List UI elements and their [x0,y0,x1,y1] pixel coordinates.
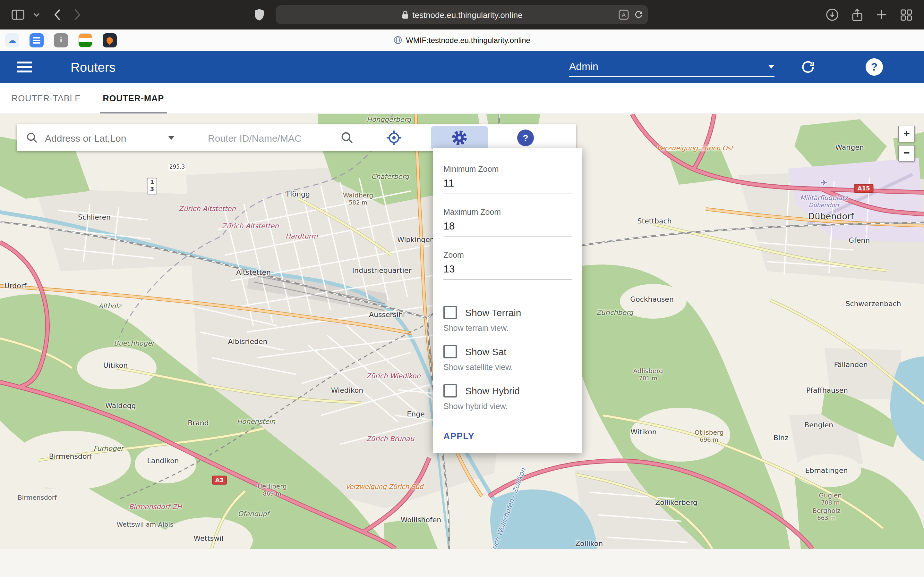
map-label: Zürichberg [596,308,633,316]
tab-overview-icon[interactable] [900,9,913,21]
show-sat-label: Show Sat [465,346,506,357]
map-label: Wangen [835,144,864,152]
show-sat-checkbox[interactable]: Show Sat [443,345,572,358]
bookmark-active[interactable]: WMIF:testnode.eu.thingularity.online [394,35,530,45]
map-settings-panel: Minimum Zoom 11 Maximum Zoom 18 Zoom 13 … [433,148,582,453]
checkbox-icon [443,345,457,358]
router-search-input[interactable] [207,132,335,144]
reload-icon[interactable] [634,10,643,19]
zoom-field: Zoom 13 [443,251,572,280]
map-label: 13 [147,177,158,194]
checkbox-icon [443,384,457,398]
map-label: Albisrieden [228,338,268,346]
map-label: 295.3 [168,164,186,171]
map-label: ✈ [821,179,827,188]
new-tab-icon[interactable] [876,9,887,21]
map-label: MilitärflugplatzDübendorf [800,194,848,208]
translate-icon[interactable]: A [619,10,629,20]
zoom-out-button[interactable]: − [898,145,915,161]
show-hybrid-hint: Show hybrid view. [443,402,572,411]
map-label: Schwerzenbach [845,300,901,308]
map-settings-button[interactable] [431,126,488,149]
svg-text:A: A [622,12,626,18]
page-footer-strip [0,549,924,577]
map-label: Pfaffhausen [806,387,848,395]
privacy-shield-icon[interactable] [254,8,264,21]
url-bar[interactable]: testnode.eu.thingularity.online A [276,5,648,24]
share-icon[interactable] [851,8,863,21]
show-hybrid-checkbox[interactable]: Show Hybrid [443,384,572,398]
checkbox-icon [443,306,457,319]
app-header: Routers Admin ? [0,51,924,83]
map-label: Birmensdorf [18,494,57,501]
zoom-controls: + − [898,126,915,161]
chevron-down-icon[interactable] [168,124,174,151]
bookmark-flame-icon[interactable] [103,33,117,47]
bookmark-cloud-icon[interactable]: ☁ [5,33,19,47]
sidebar-chevron-down-icon[interactable] [33,13,40,17]
sidebar-toggle-icon[interactable] [11,10,24,20]
map-label: Zollikon [575,540,603,548]
map-label: Ebmatingen [805,467,848,475]
show-terrain-checkbox[interactable]: Show Terrain [443,306,572,319]
zoom-in-button[interactable]: + [898,126,915,142]
max-zoom-label: Maximum Zoom [443,208,572,217]
bookmark-flag-icon[interactable] [78,33,92,47]
map-label: Furhoger [94,444,124,452]
router-search-icon[interactable] [340,124,354,151]
my-location-button[interactable] [383,124,405,151]
map-label: Chäferberg [371,172,409,180]
map-label: Verzweigung Zürich Ost [657,145,733,152]
map-label: Höngg [287,191,310,199]
tab-router-map[interactable]: ROUTER-MAP [100,83,166,113]
help-button[interactable]: ? [866,58,883,76]
map-label: Wettswil [194,535,224,543]
gear-icon [451,129,468,146]
bookmark-document-icon[interactable] [29,33,44,47]
map-label: Zürich Wiedikon [366,372,421,380]
map-label: Altholz [98,302,121,309]
map-label: Schlieren [78,214,111,222]
min-zoom-field: Minimum Zoom 11 [443,165,572,194]
zoom-label: Zoom [443,251,572,259]
map-label: Buechhoger [114,339,155,347]
address-mode-select[interactable]: Address or Lat,Lon [45,124,178,151]
zoom-input[interactable]: 13 [443,259,572,280]
map-label: Altstetten [236,269,271,277]
refresh-button[interactable] [800,60,816,75]
bookmark-info-icon[interactable]: i [54,33,68,47]
map-label: Adlisberg701 m [633,367,663,382]
map-label: Enge [407,411,425,419]
forward-button[interactable] [74,9,81,21]
page-title: Routers [71,51,115,83]
map-label: Verzweigung Zürich Süd [346,483,423,490]
lock-icon [401,10,409,19]
min-zoom-input[interactable]: 11 [443,174,572,194]
map-label: Waldegg [105,402,136,410]
map-label: Industriequartier [352,267,412,275]
router-search-field[interactable] [207,124,335,151]
map-label: A15 [855,184,873,193]
map-label: Benglen [804,422,833,430]
map-help-button[interactable]: ? [517,129,534,146]
downloads-icon[interactable] [826,8,838,21]
map-label: Zürich Brunau [366,435,414,442]
map-label: Bergholz663 m [813,507,841,521]
user-role-select[interactable]: Admin [569,56,774,77]
map-label: Waldberg582 m [343,192,373,206]
map-label: Dübendorf [808,211,854,221]
search-icon [26,124,39,151]
map-label: Zürich Wollishofen - Zollikon [487,467,527,549]
map-label: Gfenn [849,237,870,245]
favorites-bar: ☁ i WMIF:testnode.eu.thingularity.online [0,29,924,51]
map-label: Birmensdorf ZH [129,503,182,510]
map-label: Fällanden [834,361,867,369]
chevron-down-icon [768,64,774,68]
apply-button[interactable]: APPLY [443,431,475,441]
map-label: Stettbach [638,218,672,226]
menu-icon[interactable] [17,61,32,73]
min-zoom-label: Minimum Zoom [443,165,572,174]
max-zoom-input[interactable]: 18 [443,217,572,237]
tab-router-table[interactable]: ROUTER-TABLE [9,83,83,113]
back-button[interactable] [54,9,61,21]
